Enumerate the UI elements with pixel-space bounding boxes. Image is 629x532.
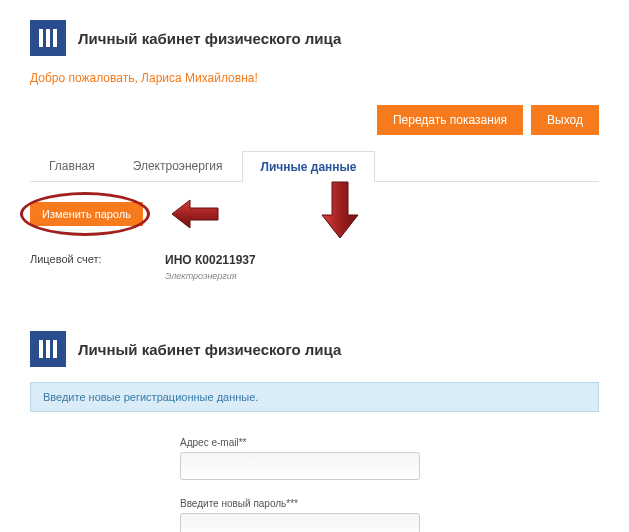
email-field[interactable] xyxy=(180,452,420,480)
account-label: Лицевой счет: xyxy=(30,253,165,267)
account-sub: Электроэнергия xyxy=(165,271,599,281)
change-password-button[interactable]: Изменить пароль xyxy=(30,202,143,226)
tab-personal[interactable]: Личные данные xyxy=(242,151,376,182)
logo-icon xyxy=(30,331,66,367)
header: Личный кабинет физического лица xyxy=(30,20,599,56)
lower-header: Личный кабинет физического лица xyxy=(30,331,599,367)
account-value: ИНО К00211937 xyxy=(165,253,256,267)
arrow-left-annotation xyxy=(170,198,220,230)
info-message: Введите новые регистрационные данные. xyxy=(30,382,599,412)
tab-main[interactable]: Главная xyxy=(30,150,114,181)
lower-page-title: Личный кабинет физического лица xyxy=(78,341,341,358)
logout-button[interactable]: Выход xyxy=(531,105,599,135)
tabs: Главная Электроэнергия Личные данные xyxy=(30,150,599,182)
page-title: Личный кабинет физического лица xyxy=(78,30,341,47)
arrow-down-annotation xyxy=(320,180,360,240)
password-label: Введите новый пароль*** xyxy=(180,498,420,509)
submit-readings-button[interactable]: Передать показания xyxy=(377,105,523,135)
email-label: Адрес e-mail** xyxy=(180,437,420,448)
password-field[interactable] xyxy=(180,513,420,532)
tab-energy[interactable]: Электроэнергия xyxy=(114,150,242,181)
welcome-text: Добро пожаловать, Лариса Михайловна! xyxy=(30,71,599,85)
logo-icon xyxy=(30,20,66,56)
